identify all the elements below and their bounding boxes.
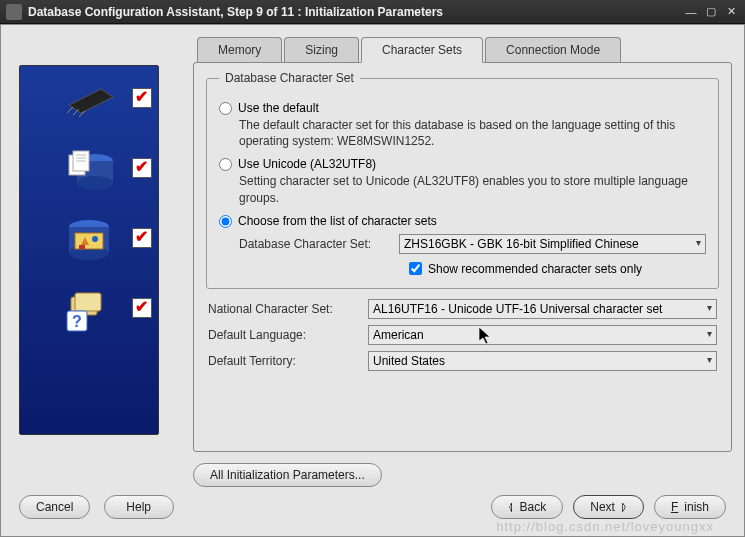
tab-label: Sizing — [305, 43, 338, 57]
svg-marker-0 — [69, 89, 113, 113]
default-territory-label: Default Territory: — [208, 354, 368, 368]
tab-label: Character Sets — [382, 43, 462, 57]
titlebar: Database Configuration Assistant, Step 9… — [0, 0, 745, 24]
finish-underline: F — [671, 500, 678, 514]
finish-rest: inish — [684, 500, 709, 514]
finish-button[interactable]: Finish — [654, 495, 726, 519]
default-language-value: American — [373, 328, 712, 342]
check-icon — [132, 88, 152, 108]
radio-use-default[interactable] — [219, 102, 232, 115]
maximize-button[interactable]: ▢ — [703, 4, 719, 20]
close-button[interactable]: ✕ — [723, 4, 739, 20]
sidebar-step-2 — [20, 136, 158, 206]
database-files-icon — [59, 147, 119, 195]
check-icon — [132, 158, 152, 178]
folders-help-icon: ? — [59, 287, 119, 335]
all-params-wrap: All Initialization Parameters... — [193, 461, 382, 487]
all-init-params-button[interactable]: All Initialization Parameters... — [193, 463, 382, 487]
back-label: Back — [520, 500, 547, 514]
sidebar-step-3 — [20, 206, 158, 276]
minimize-button[interactable]: — — [683, 4, 699, 20]
cancel-label: Cancel — [36, 500, 73, 514]
tab-bar: Memory Sizing Character Sets Connection … — [197, 37, 732, 62]
content-area: ? Memory Sizing Character Sets Connectio… — [0, 24, 745, 537]
radio-choose-list-row: Choose from the list of character sets — [219, 214, 706, 228]
svg-rect-18 — [79, 245, 85, 249]
window-title: Database Configuration Assistant, Step 9… — [28, 5, 679, 19]
tab-label: Connection Mode — [506, 43, 600, 57]
national-charset-value: AL16UTF16 - Unicode UTF-16 Universal cha… — [373, 302, 712, 316]
database-shapes-icon — [59, 217, 119, 265]
svg-point-6 — [77, 176, 113, 190]
wizard-sidebar: ? — [19, 65, 159, 435]
national-charset-label: National Character Set: — [208, 302, 368, 316]
recommended-label[interactable]: Show recommended character sets only — [428, 262, 642, 276]
help-button[interactable]: Help — [104, 495, 174, 519]
radio-use-default-label[interactable]: Use the default — [238, 101, 319, 115]
check-icon — [132, 298, 152, 318]
help-label: Help — [126, 500, 151, 514]
svg-line-1 — [67, 107, 73, 113]
bottom-left-group: Cancel Help — [19, 495, 184, 519]
db-charset-group: Database Character Set Use the default T… — [206, 71, 719, 289]
radio-use-default-desc: The default character set for this datab… — [239, 117, 706, 149]
cancel-button[interactable]: Cancel — [19, 495, 90, 519]
default-language-row: Default Language: American — [208, 325, 717, 345]
chip-icon — [59, 77, 119, 125]
radio-unicode-label[interactable]: Use Unicode (AL32UTF8) — [238, 157, 376, 171]
app-icon — [6, 4, 22, 20]
default-language-combo[interactable]: American — [368, 325, 717, 345]
character-sets-panel: Database Character Set Use the default T… — [193, 62, 732, 452]
tab-label: Memory — [218, 43, 261, 57]
radio-unicode-row: Use Unicode (AL32UTF8) — [219, 157, 706, 171]
default-territory-value: United States — [373, 354, 712, 368]
check-icon — [132, 228, 152, 248]
svg-point-17 — [92, 236, 98, 242]
radio-choose-list[interactable] — [219, 215, 232, 228]
tab-sizing[interactable]: Sizing — [284, 37, 359, 62]
next-button[interactable]: Next ⦊ — [573, 495, 644, 519]
back-button[interactable]: ⦉ Back — [491, 495, 564, 519]
national-charset-row: National Character Set: AL16UTF16 - Unic… — [208, 299, 717, 319]
lower-form: National Character Set: AL16UTF16 - Unic… — [206, 299, 719, 371]
all-init-params-label: All Initialization Parameters... — [210, 468, 365, 482]
sidebar-step-4: ? — [20, 276, 158, 346]
recommended-checkbox[interactable] — [409, 262, 422, 275]
national-charset-combo[interactable]: AL16UTF16 - Unicode UTF-16 Universal cha… — [368, 299, 717, 319]
radio-use-default-row: Use the default — [219, 101, 706, 115]
radio-choose-list-label[interactable]: Choose from the list of character sets — [238, 214, 437, 228]
tab-connection-mode[interactable]: Connection Mode — [485, 37, 621, 62]
db-charset-combo[interactable]: ZHS16GBK - GBK 16-bit Simplified Chinese — [399, 234, 706, 254]
default-territory-combo[interactable]: United States — [368, 351, 717, 371]
back-arrow-icon: ⦉ — [508, 500, 514, 514]
next-arrow-icon: ⦊ — [621, 500, 627, 514]
svg-rect-20 — [75, 293, 101, 311]
default-territory-row: Default Territory: United States — [208, 351, 717, 371]
recommended-row: Show recommended character sets only — [409, 262, 706, 276]
db-charset-row: Database Character Set: ZHS16GBK - GBK 1… — [239, 234, 706, 254]
db-charset-label: Database Character Set: — [239, 237, 399, 251]
tab-memory[interactable]: Memory — [197, 37, 282, 62]
radio-unicode-desc: Setting character set to Unicode (AL32UT… — [239, 173, 706, 205]
svg-text:?: ? — [72, 313, 82, 330]
bottom-bar: Cancel Help ⦉ Back Next ⦊ Finish — [1, 492, 744, 522]
radio-unicode[interactable] — [219, 158, 232, 171]
next-label: Next — [590, 500, 615, 514]
main-panel: Memory Sizing Character Sets Connection … — [193, 37, 732, 455]
db-charset-value: ZHS16GBK - GBK 16-bit Simplified Chinese — [404, 237, 701, 251]
sidebar-step-1 — [20, 66, 158, 136]
tab-character-sets[interactable]: Character Sets — [361, 37, 483, 63]
default-language-label: Default Language: — [208, 328, 368, 342]
group-legend: Database Character Set — [219, 71, 360, 85]
